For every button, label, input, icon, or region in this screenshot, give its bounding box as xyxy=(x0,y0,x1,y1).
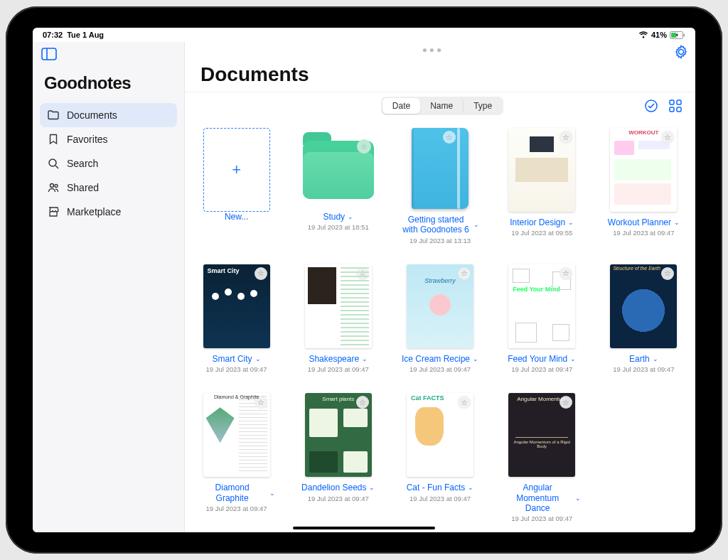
document-item[interactable]: ☆Diamond Graphite⌄19 Jul 2023 at 09:47 xyxy=(198,393,275,522)
chevron-down-icon[interactable]: ⌄ xyxy=(568,219,574,226)
document-title: Diamond Graphite xyxy=(198,483,267,503)
document-thumbnail: ☆ xyxy=(305,264,372,348)
select-button[interactable] xyxy=(644,99,658,113)
document-item[interactable]: ☆Smart City⌄19 Jul 2023 at 09:47 xyxy=(198,264,275,373)
sort-tab-date[interactable]: Date xyxy=(382,98,420,114)
svg-rect-3 xyxy=(42,48,56,60)
document-thumbnail: ☆ xyxy=(610,128,677,212)
document-date: 19 Jul 2023 at 09:55 xyxy=(511,229,572,237)
document-item[interactable]: ☆Cat - Fun Facts⌄19 Jul 2023 at 09:47 xyxy=(401,393,478,522)
document-title: Workout Planner xyxy=(608,217,671,227)
document-date: 19 Jul 2023 at 09:47 xyxy=(410,495,471,502)
document-date: 19 Jul 2023 at 09:47 xyxy=(308,365,369,373)
sort-segmented[interactable]: DateNameType xyxy=(381,97,503,115)
battery-percent: 41% xyxy=(651,31,667,39)
document-date: 19 Jul 2023 at 09:47 xyxy=(308,495,369,502)
sidebar-item-label: Shared xyxy=(67,182,99,193)
sidebar-item-marketplace[interactable]: Marketplace xyxy=(40,200,177,224)
star-icon[interactable]: ☆ xyxy=(560,131,572,144)
sidebar-item-label: Search xyxy=(67,158,98,169)
document-thumbnail: ☆ xyxy=(407,264,473,348)
document-thumbnail: ☆ xyxy=(203,393,270,477)
storefront-icon xyxy=(47,205,60,218)
star-icon[interactable]: ☆ xyxy=(661,267,674,280)
sidebar-item-documents[interactable]: Documents xyxy=(40,103,177,127)
star-icon[interactable]: ☆ xyxy=(357,139,371,154)
document-title: Interior Design xyxy=(510,217,565,227)
document-item[interactable]: ☆Dandelion Seeds⌄19 Jul 2023 at 09:47 xyxy=(299,393,377,522)
chevron-down-icon[interactable]: ⌄ xyxy=(468,484,473,491)
new-document-button[interactable]: +New... xyxy=(198,128,275,244)
chevron-down-icon[interactable]: ⌄ xyxy=(348,213,353,220)
chevron-down-icon[interactable]: ⌄ xyxy=(570,355,576,362)
bookmark-icon xyxy=(47,133,60,146)
plus-icon: + xyxy=(203,128,270,212)
chevron-down-icon[interactable]: ⌄ xyxy=(473,221,479,228)
star-icon[interactable]: ☆ xyxy=(356,267,369,280)
document-item[interactable]: ☆Feed Your Mind⌄19 Jul 2023 at 09:47 xyxy=(503,264,581,373)
document-item[interactable]: ☆Getting started with Goodnotes 6⌄19 Jul… xyxy=(401,128,478,244)
svg-point-5 xyxy=(49,159,56,166)
star-icon[interactable]: ☆ xyxy=(560,267,572,280)
star-icon[interactable]: ☆ xyxy=(458,396,471,409)
sort-tab-type[interactable]: Type xyxy=(464,98,502,114)
grid-view-button[interactable] xyxy=(668,99,682,113)
document-item[interactable]: ☆Angular Momentum Dance⌄19 Jul 2023 at 0… xyxy=(503,393,581,522)
document-thumbnail: ☆ xyxy=(508,128,575,212)
people-icon xyxy=(47,181,60,194)
document-title: Dandelion Seeds xyxy=(301,483,366,492)
status-date: Tue 1 Aug xyxy=(67,31,104,39)
document-item[interactable]: ☆Shakespeare⌄19 Jul 2023 at 09:47 xyxy=(299,264,377,373)
document-title: Shakespeare xyxy=(309,354,359,364)
star-icon[interactable]: ☆ xyxy=(356,396,369,409)
document-title: Study xyxy=(323,212,345,222)
chevron-down-icon[interactable]: ⌄ xyxy=(255,355,261,362)
search-icon xyxy=(47,157,60,170)
document-item[interactable]: ☆Earth⌄19 Jul 2023 at 09:47 xyxy=(605,264,682,373)
chevron-down-icon[interactable]: ⌄ xyxy=(653,355,658,362)
home-indicator[interactable] xyxy=(293,527,435,529)
sidebar-item-shared[interactable]: Shared xyxy=(40,176,177,200)
svg-rect-11 xyxy=(677,100,681,104)
document-item[interactable]: ☆Workout Planner⌄19 Jul 2023 at 09:47 xyxy=(605,128,682,244)
notebook-thumbnail: ☆ xyxy=(412,128,469,209)
star-icon[interactable]: ☆ xyxy=(458,267,471,280)
sidebar-toggle-icon[interactable] xyxy=(41,50,57,63)
document-title: Cat - Fun Facts xyxy=(407,483,466,492)
document-thumbnail: ☆ xyxy=(508,264,575,348)
sidebar-item-label: Marketplace xyxy=(67,206,121,217)
new-document-label: New... xyxy=(225,212,248,222)
document-date: 19 Jul 2023 at 09:47 xyxy=(511,365,572,373)
svg-rect-12 xyxy=(670,107,674,112)
chevron-down-icon[interactable]: ⌄ xyxy=(674,219,680,226)
document-item[interactable]: ☆Ice Cream Recipe⌄19 Jul 2023 at 09:47 xyxy=(401,264,478,373)
star-icon[interactable]: ☆ xyxy=(560,396,572,409)
sidebar-item-search[interactable]: Search xyxy=(40,151,177,176)
settings-button[interactable] xyxy=(674,45,688,62)
svg-rect-1 xyxy=(671,33,676,38)
star-icon[interactable]: ☆ xyxy=(443,131,456,144)
chevron-down-icon[interactable]: ⌄ xyxy=(362,355,368,362)
document-date: 19 Jul 2023 at 09:47 xyxy=(410,365,471,373)
document-item[interactable]: ☆Study⌄19 Jul 2023 at 18:51 xyxy=(299,128,377,244)
multitask-dots-icon[interactable]: ●●● xyxy=(422,45,444,62)
star-icon[interactable]: ☆ xyxy=(255,267,267,280)
chevron-down-icon[interactable]: ⌄ xyxy=(369,484,375,491)
chevron-down-icon[interactable]: ⌄ xyxy=(575,495,581,502)
document-thumbnail: ☆ xyxy=(407,393,473,477)
battery-icon xyxy=(670,31,685,39)
wifi-icon xyxy=(638,31,648,38)
document-date: 19 Jul 2023 at 09:47 xyxy=(206,365,267,373)
app-title: Goodnotes xyxy=(40,70,177,103)
document-item[interactable]: ☆Interior Design⌄19 Jul 2023 at 09:55 xyxy=(503,128,581,244)
star-icon[interactable]: ☆ xyxy=(661,131,674,144)
star-icon[interactable]: ☆ xyxy=(255,396,267,409)
sidebar-item-favorites[interactable]: Favorites xyxy=(40,127,177,151)
status-bar: 07:32 Tue 1 Aug 41% xyxy=(33,28,695,42)
document-date: 19 Jul 2023 at 09:47 xyxy=(206,505,267,512)
chevron-down-icon[interactable]: ⌄ xyxy=(269,490,275,497)
sidebar-item-label: Favorites xyxy=(67,134,108,145)
chevron-down-icon[interactable]: ⌄ xyxy=(473,355,478,362)
screen: 07:32 Tue 1 Aug 41% Goodn xyxy=(33,28,695,532)
sort-tab-name[interactable]: Name xyxy=(420,98,464,114)
